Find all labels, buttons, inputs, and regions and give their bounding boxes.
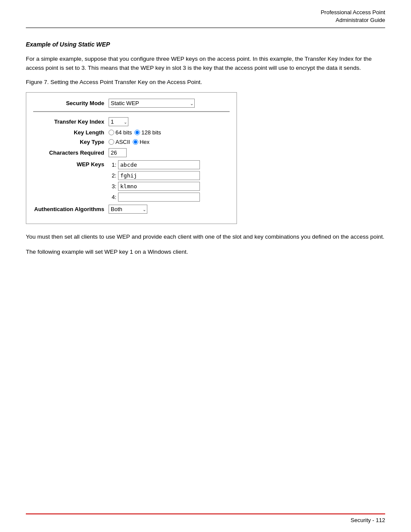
wep-key-2-row: 2: xyxy=(109,171,200,180)
security-mode-select[interactable]: Static WEP xyxy=(109,99,195,108)
auth-algorithms-label: Authentication Algorithms xyxy=(33,206,109,212)
key-length-64-option[interactable]: 64 bits xyxy=(109,129,132,136)
paragraph1: For a simple example, suppose that you c… xyxy=(26,55,385,73)
form-box: Security Mode Static WEP ⌄ Transfer Key … xyxy=(26,92,237,224)
key-length-label: Key Length xyxy=(33,129,109,136)
key-length-128-label: 128 bits xyxy=(141,129,161,136)
wep-key-4-index: 4: xyxy=(109,194,116,200)
wep-key-3-index: 3: xyxy=(109,183,116,190)
wep-key-2-index: 2: xyxy=(109,172,116,179)
key-type-hex-label: Hex xyxy=(140,139,149,145)
auth-algorithms-value: Both Open System Shared Key ⌄ xyxy=(109,205,147,214)
wep-key-4-input[interactable] xyxy=(118,193,200,202)
paragraph3: The following example will set WEP key 1… xyxy=(26,248,385,257)
footer-page-number: Security - 112 xyxy=(26,517,385,523)
chars-required-value xyxy=(109,148,127,157)
security-mode-label: Security Mode xyxy=(33,100,109,106)
wep-key-4-row: 4: xyxy=(109,193,200,202)
footer-divider xyxy=(26,513,385,514)
wep-key-1-input[interactable] xyxy=(118,160,200,169)
header-line1: Professional Access Point xyxy=(321,9,385,16)
section-divider xyxy=(33,111,230,112)
security-mode-row: Security Mode Static WEP ⌄ xyxy=(33,99,230,108)
key-length-row: Key Length 64 bits 128 bits xyxy=(33,129,230,136)
transfer-key-value: 1 2 3 4 ⌄ xyxy=(109,117,128,126)
key-type-label: Key Type xyxy=(33,139,109,145)
key-length-128-option[interactable]: 128 bits xyxy=(134,129,161,136)
key-length-64-label: 64 bits xyxy=(115,129,132,136)
wep-keys-label: WEP Keys xyxy=(33,160,109,168)
wep-keys-block: 1: 2: 3: 4: xyxy=(109,160,200,202)
key-length-128-radio[interactable] xyxy=(134,130,140,135)
key-length-64-radio[interactable] xyxy=(109,130,114,135)
page: Professional Access Point Administrator … xyxy=(0,0,411,532)
auth-algorithms-select-wrapper[interactable]: Both Open System Shared Key ⌄ xyxy=(109,205,147,214)
wep-key-3-row: 3: xyxy=(109,182,200,191)
key-length-options: 64 bits 128 bits xyxy=(109,129,161,136)
chars-required-row: Characters Required xyxy=(33,148,230,157)
paragraph2: You must then set all clients to use WEP… xyxy=(26,233,385,242)
wep-key-3-input[interactable] xyxy=(118,182,200,191)
page-footer: Security - 112 xyxy=(0,513,411,523)
key-type-row: Key Type ASCII Hex xyxy=(33,139,230,145)
header-line2: Administrator Guide xyxy=(336,17,385,23)
wep-key-1-index: 1: xyxy=(109,162,116,168)
chars-required-input[interactable] xyxy=(109,148,127,157)
wep-keys-row: WEP Keys 1: 2: 3: 4: xyxy=(33,160,230,202)
header-title: Professional Access Point Administrator … xyxy=(321,9,385,24)
chars-required-label: Characters Required xyxy=(33,149,109,156)
auth-algorithms-row: Authentication Algorithms Both Open Syst… xyxy=(33,205,230,214)
key-type-hex-radio[interactable] xyxy=(133,139,138,145)
key-type-ascii-option[interactable]: ASCII xyxy=(109,139,130,145)
page-header: Professional Access Point Administrator … xyxy=(26,9,385,28)
auth-algorithms-select[interactable]: Both Open System Shared Key xyxy=(109,205,147,214)
key-type-hex-option[interactable]: Hex xyxy=(133,139,149,145)
transfer-key-select-wrapper[interactable]: 1 2 3 4 ⌄ xyxy=(109,117,128,126)
wep-key-2-input[interactable] xyxy=(118,171,200,180)
transfer-key-row: Transfer Key Index 1 2 3 4 ⌄ xyxy=(33,117,230,126)
key-type-ascii-label: ASCII xyxy=(115,139,130,145)
transfer-key-select[interactable]: 1 2 3 4 xyxy=(109,117,128,126)
key-type-options: ASCII Hex xyxy=(109,139,149,145)
security-mode-select-wrapper[interactable]: Static WEP ⌄ xyxy=(109,99,195,108)
security-mode-value: Static WEP ⌄ xyxy=(109,99,195,108)
section-heading: Example of Using Static WEP xyxy=(26,41,385,48)
wep-key-1-row: 1: xyxy=(109,160,200,169)
figure-caption: Figure 7. Setting the Access Point Trans… xyxy=(26,79,385,85)
key-type-ascii-radio[interactable] xyxy=(109,139,114,145)
transfer-key-label: Transfer Key Index xyxy=(33,118,109,125)
